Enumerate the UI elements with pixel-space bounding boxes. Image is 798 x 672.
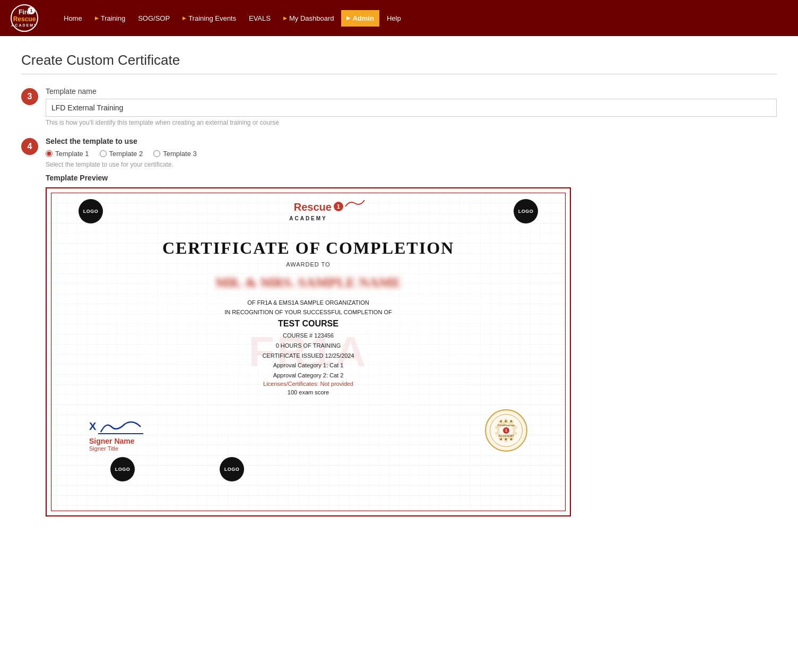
- cert-signer-title: Signer Title: [89, 445, 118, 452]
- cert-top-logo-row: LOGO Fire Rescue 1 ACADEMY: [79, 199, 538, 223]
- certificate-preview: FR1A LOGO Fire Rescue 1: [46, 187, 571, 516]
- template2-radio[interactable]: [100, 150, 107, 157]
- cert-content: LOGO Fire Rescue 1 ACADEMY: [47, 188, 570, 497]
- step3-label: Template name: [46, 87, 777, 96]
- cert-left-logo: LOGO: [79, 199, 103, 223]
- cert-fr-logo: Fire Rescue 1 ACADEMY: [273, 201, 343, 221]
- logo[interactable]: Fire Rescue 1 ACADEMY: [11, 4, 42, 32]
- cert-recipient-name: MR. & MRS. SAMPLE NAME: [215, 275, 401, 291]
- nav-items: Home ▶Training SOG/SOP ▶Training Events …: [58, 10, 406, 27]
- cert-course-details: COURSE # 123456 0 HOURS OF TRAINING CERT…: [262, 331, 354, 380]
- template-radio-group: Template 1 Template 2 Template 3: [46, 150, 777, 158]
- cert-signer-area: X Signer Name Signer Title: [79, 419, 146, 452]
- template2-option[interactable]: Template 2: [100, 150, 143, 158]
- nav-home[interactable]: Home: [58, 10, 88, 27]
- cert-bottom-logos: LOGO LOGO: [79, 452, 538, 487]
- step3-section: 3 Template name This is how you'll ident…: [21, 87, 777, 126]
- cert-signature-icon: [98, 419, 146, 435]
- step4-title: Select the template to use: [46, 137, 777, 145]
- cert-approval1: Approval Category 1: Cat 1: [273, 362, 344, 368]
- cert-issued: CERTIFICATE ISSUED 12/25/2024: [262, 352, 354, 359]
- nav-training[interactable]: ▶Training: [90, 10, 131, 27]
- cert-sig-x: X: [89, 420, 96, 433]
- step4-badge: 4: [21, 138, 38, 155]
- nav-help[interactable]: Help: [381, 10, 406, 27]
- cert-awarded-to: AWARDED TO: [286, 261, 330, 268]
- cert-course-name: TEST COURSE: [278, 319, 339, 329]
- cert-bottom-logo2: LOGO: [220, 457, 244, 481]
- cert-bottom-logo1: LOGO: [110, 457, 135, 481]
- template-preview-label: Template Preview: [46, 174, 777, 182]
- cert-title: CERTIFICATE OF COMPLETION: [162, 238, 454, 258]
- step3-content: Template name This is how you'll identif…: [46, 87, 777, 126]
- nav-training-events[interactable]: ▶Training Events: [177, 10, 241, 27]
- fr-swoosh-icon: [344, 199, 366, 208]
- template1-radio[interactable]: [46, 150, 53, 157]
- template-name-input[interactable]: [46, 99, 777, 117]
- template1-option[interactable]: Template 1: [46, 150, 89, 158]
- cert-approval2: Approval Category 2: Cat 2: [273, 372, 344, 378]
- page-title: Create Custom Certificate: [21, 52, 777, 68]
- cert-exam-score: 100 exam score: [288, 389, 329, 395]
- step4-section: 4 Select the template to use Template 1 …: [21, 137, 777, 516]
- cert-bottom-row: X Signer Name Signer Title ⚙: [79, 409, 538, 452]
- main-content: Create Custom Certificate 3 Template nam…: [0, 36, 798, 672]
- step4-content: Select the template to use Template 1 Te…: [46, 137, 777, 516]
- template3-radio[interactable]: [153, 150, 160, 157]
- template-name-hint: This is how you'll identify this templat…: [46, 119, 777, 126]
- nav-sogsop[interactable]: SOG/SOP: [133, 10, 175, 27]
- template-select-hint: Select the template to use for your cert…: [46, 161, 777, 168]
- nav-evals[interactable]: EVALS: [244, 10, 276, 27]
- cert-right-logo: LOGO: [514, 199, 538, 223]
- cert-course-number: COURSE # 123456: [283, 332, 334, 339]
- cert-signature-line: X: [89, 419, 146, 435]
- cert-org-text: OF FR1A & EMS1A SAMPLE ORGANIZATION IN R…: [224, 298, 392, 317]
- step3-badge: 3: [21, 88, 38, 105]
- navigation: Fire Rescue 1 ACADEMY Home ▶Training SOG…: [0, 0, 798, 36]
- cert-academy-label: ACADEMY: [289, 216, 327, 221]
- nav-dashboard[interactable]: ▶My Dashboard: [278, 10, 340, 27]
- nav-admin[interactable]: ▶Admin: [341, 10, 379, 27]
- cert-seal: ⚙ ★ ★ ★ FireRescue 1 ACADEMY ★ ★ ★: [485, 409, 527, 452]
- cert-licenses: Licenses/Certificates: Not provided: [263, 381, 353, 387]
- template3-option[interactable]: Template 3: [153, 150, 197, 158]
- cert-hours: 0 HOURS OF TRAINING: [276, 342, 341, 349]
- cert-signer-name: Signer Name: [89, 437, 135, 445]
